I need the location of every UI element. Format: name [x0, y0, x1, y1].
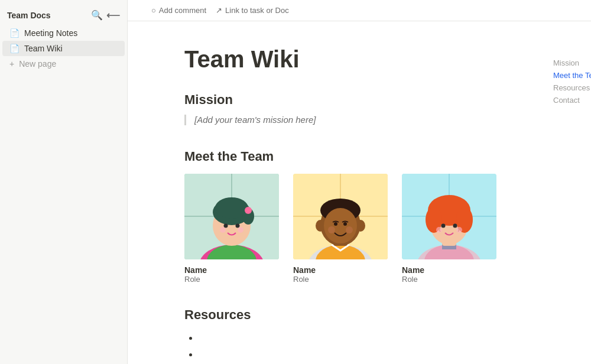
- team-member-3: Name Role: [402, 174, 496, 284]
- doc-icon: 📄: [9, 44, 20, 53]
- page-title: Team Wiki: [184, 45, 496, 73]
- member-3-name: Name: [402, 265, 424, 275]
- resources-list: [184, 330, 496, 364]
- svg-point-12: [224, 224, 228, 228]
- svg-point-29: [328, 226, 335, 233]
- svg-point-28: [343, 222, 347, 226]
- member-2-name: Name: [293, 265, 316, 275]
- mission-block: [Add your team's mission here]: [184, 115, 496, 125]
- table-of-contents: Mission Meet the Team Resources Contact: [553, 21, 591, 364]
- avatar-2: [293, 174, 388, 259]
- mission-placeholder[interactable]: [Add your team's mission here]: [194, 115, 316, 125]
- content-area: Team Wiki Mission [Add your team's missi…: [128, 21, 591, 364]
- svg-point-30: [346, 226, 353, 233]
- link-icon: ↗: [216, 6, 222, 15]
- plus-icon: +: [9, 59, 14, 69]
- avatar-1: [184, 174, 279, 259]
- sidebar-title: Team Docs 🔍 ⟵: [0, 5, 127, 25]
- search-icon[interactable]: 🔍: [91, 9, 103, 21]
- svg-point-15: [238, 227, 243, 233]
- toc-resources[interactable]: Resources: [553, 82, 591, 94]
- comment-icon: ○: [151, 6, 156, 15]
- sidebar: Team Docs 🔍 ⟵ 📄 Meeting Notes 📄 Team Wik…: [0, 0, 128, 364]
- member-1-name: Name: [184, 265, 207, 275]
- resources-heading: Resources: [184, 307, 496, 323]
- team-member-1: Name Role: [184, 174, 279, 284]
- mission-heading: Mission: [184, 92, 496, 108]
- toc-contact[interactable]: Contact: [553, 94, 591, 106]
- svg-point-11: [245, 207, 252, 214]
- member-3-role: Role: [402, 275, 418, 284]
- svg-point-13: [236, 224, 240, 228]
- svg-point-27: [334, 222, 337, 226]
- svg-point-43: [453, 224, 457, 228]
- add-comment-button[interactable]: ○ Add comment: [151, 6, 206, 15]
- meet-heading: Meet the Team: [184, 149, 496, 164]
- svg-point-24: [316, 220, 325, 232]
- sidebar-item-meeting-notes[interactable]: 📄 Meeting Notes: [2, 25, 125, 41]
- resource-item-2[interactable]: [199, 346, 496, 363]
- sidebar-header-actions: 🔍 ⟵: [91, 9, 120, 21]
- resources-section: Resources: [184, 307, 496, 364]
- member-1-role: Role: [184, 275, 200, 284]
- collapse-icon[interactable]: ⟵: [106, 9, 120, 21]
- resource-item-1[interactable]: [199, 330, 496, 346]
- team-member-2: Name Role: [293, 174, 388, 284]
- new-page-button[interactable]: + New page: [2, 56, 125, 72]
- svg-point-42: [441, 224, 446, 228]
- toc-meet-the-team[interactable]: Meet the Team: [553, 69, 591, 82]
- toc-mission[interactable]: Mission: [553, 57, 591, 69]
- avatar-3: [402, 174, 496, 259]
- member-2-role: Role: [293, 275, 309, 284]
- svg-point-26: [324, 208, 357, 243]
- meet-the-team-section: Meet the Team: [184, 149, 496, 284]
- main-content: ○ Add comment ↗ Link to task or Doc Team…: [128, 0, 591, 364]
- doc-icon: 📄: [9, 28, 20, 38]
- link-to-task-button[interactable]: ↗ Link to task or Doc: [216, 6, 289, 15]
- team-grid: Name Role: [184, 174, 496, 284]
- svg-point-14: [220, 227, 226, 233]
- toolbar: ○ Add comment ↗ Link to task or Doc: [128, 0, 591, 21]
- page-content: Team Wiki Mission [Add your team's missi…: [128, 21, 553, 364]
- sidebar-item-team-wiki[interactable]: 📄 Team Wiki: [2, 41, 125, 56]
- svg-point-25: [356, 220, 365, 232]
